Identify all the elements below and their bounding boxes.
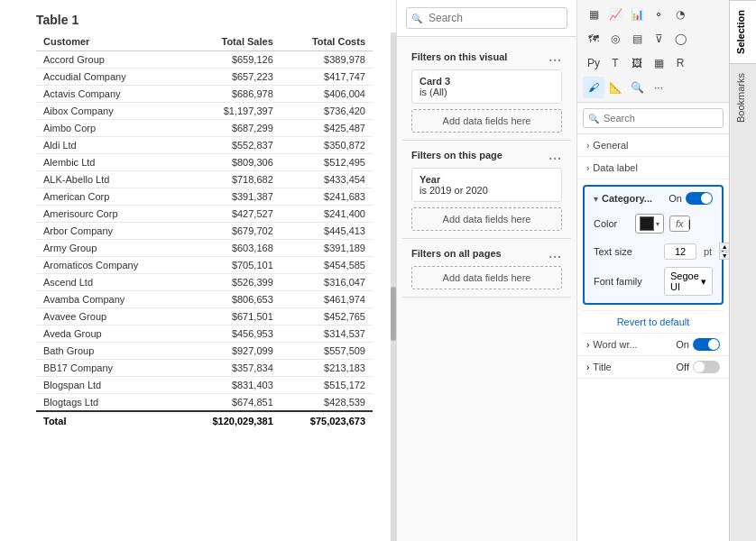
cell-1: $391,387 xyxy=(180,188,280,206)
icon-bar-chart[interactable]: ▦ xyxy=(583,4,604,25)
fx-button[interactable]: fx xyxy=(669,215,690,232)
title-toggle-label: Off xyxy=(677,362,689,372)
cell-0: Blogtags Ltd xyxy=(36,394,180,412)
footer-costs: $75,023,673 xyxy=(281,411,373,430)
cell-1: $831,403 xyxy=(180,377,280,394)
icon-scatter[interactable]: ⚬ xyxy=(648,4,669,25)
filters-all-dots[interactable]: ... xyxy=(549,246,562,261)
data-label-header[interactable]: › Data label xyxy=(577,157,729,179)
side-tabs: Selection Bookmarks xyxy=(729,0,756,541)
icon-analytics[interactable]: 📐 xyxy=(604,77,626,98)
format-search-input[interactable] xyxy=(583,108,724,128)
icon-ellipsis[interactable]: ··· xyxy=(648,77,669,98)
cell-1: $686,978 xyxy=(180,86,280,103)
table-scrollbar[interactable] xyxy=(391,32,396,541)
icon-r[interactable]: R xyxy=(669,52,691,74)
year-label: Year xyxy=(419,174,554,185)
table-row: Aibox Company$1,197,397$736,420 xyxy=(36,103,373,120)
cell-1: $357,834 xyxy=(180,360,280,377)
filters-visual-header: Filters on this visual ... xyxy=(411,50,562,64)
text-size-input[interactable] xyxy=(664,243,696,260)
category-chevron[interactable]: ▾ xyxy=(594,194,598,204)
table-row: Actavis Company$686,978$406,004 xyxy=(36,86,373,103)
cell-0: Aveda Group xyxy=(36,326,180,343)
filter-search-input[interactable] xyxy=(406,7,567,29)
table-row: Arbor Company$679,702$445,413 xyxy=(36,223,373,240)
cell-1: $806,653 xyxy=(180,291,280,308)
category-toggle-group: On xyxy=(668,192,713,205)
cell-1: $603,168 xyxy=(180,240,280,257)
filters-visual-dots[interactable]: ... xyxy=(549,50,562,64)
category-toggle[interactable] xyxy=(686,192,713,205)
cell-2: $515,172 xyxy=(281,377,373,394)
filters-page-dots[interactable]: ... xyxy=(549,148,562,162)
table-row: Avavee Group$671,501$452,765 xyxy=(36,308,373,326)
cell-0: Alembic Ltd xyxy=(36,154,180,171)
card-value: is (All) xyxy=(419,87,447,97)
text-size-down-btn[interactable]: ▼ xyxy=(719,252,729,260)
general-chevron: › xyxy=(586,141,589,151)
word-wrap-toggle[interactable] xyxy=(693,338,720,351)
cell-2: $454,585 xyxy=(281,257,373,274)
scroll-thumb[interactable] xyxy=(391,287,396,341)
icon-line-chart[interactable]: 📈 xyxy=(604,4,626,25)
cell-0: Avamba Company xyxy=(36,291,180,308)
color-dropdown-chevron: ▾ xyxy=(656,220,659,228)
table-row: American Corp$391,387$241,683 xyxy=(36,188,373,206)
filter-year-card[interactable]: Year is 2019 or 2020 xyxy=(411,168,562,202)
filters-visual-label: Filters on this visual xyxy=(411,51,507,62)
cell-1: $927,099 xyxy=(180,343,280,360)
icon-area-chart[interactable]: 📊 xyxy=(626,4,648,25)
icon-table-icon[interactable]: ▦ xyxy=(648,52,669,74)
cell-2: $461,974 xyxy=(281,291,373,308)
icon-python[interactable]: Py xyxy=(583,52,604,74)
filters-all-header: Filters on all pages ... xyxy=(411,246,562,261)
cell-1: $718,682 xyxy=(180,171,280,188)
filter-card-3[interactable]: Card 3 is (All) xyxy=(411,69,562,104)
cell-2: $512,495 xyxy=(281,154,373,171)
icon-donut[interactable]: ◯ xyxy=(669,28,691,50)
cell-0: Aibox Company xyxy=(36,103,180,120)
table-row: Aveda Group$456,953$314,537 xyxy=(36,326,373,343)
icon-gauge[interactable]: ◎ xyxy=(604,28,626,50)
cell-1: $674,851 xyxy=(180,394,280,412)
icon-format-paint[interactable]: 🖌 xyxy=(583,77,604,98)
title-toggle[interactable] xyxy=(693,361,720,373)
table-container: Customer Total Sales Total Costs Accord … xyxy=(0,32,391,541)
cell-0: Army Group xyxy=(36,240,180,257)
color-swatch-button[interactable]: ▾ xyxy=(635,214,664,234)
table-row: Alembic Ltd$809,306$512,495 xyxy=(36,154,373,171)
icon-map[interactable]: 🗺 xyxy=(583,28,604,50)
footer-sales: $120,029,381 xyxy=(180,411,280,430)
icon-search-small[interactable]: 🔍 xyxy=(626,77,648,98)
text-size-up-btn[interactable]: ▲ xyxy=(719,243,729,251)
icon-text[interactable]: T xyxy=(604,52,626,74)
word-wrap-expand[interactable]: › Word wr... xyxy=(586,339,638,350)
filter-panel: Filters on this visual ... Card 3 is (Al… xyxy=(397,0,577,541)
revert-to-default-btn[interactable]: Revert to default xyxy=(583,310,724,334)
table-row: Avamba Company$806,653$461,974 xyxy=(36,291,373,308)
color-swatch xyxy=(640,216,654,231)
title-expand[interactable]: › Title xyxy=(586,362,612,372)
cell-0: Ascend Ltd xyxy=(36,274,180,291)
bookmarks-tab[interactable]: Bookmarks xyxy=(730,63,756,132)
icon-image[interactable]: 🖼 xyxy=(626,52,648,74)
filter-search-wrap xyxy=(406,7,567,29)
table-row: BB17 Company$357,834$213,183 xyxy=(36,360,373,377)
icon-pie[interactable]: ◔ xyxy=(669,4,691,25)
selection-tab[interactable]: Selection xyxy=(730,0,756,63)
icon-treemap[interactable]: ▤ xyxy=(626,28,648,50)
general-header[interactable]: › General xyxy=(577,134,729,156)
color-label: Color xyxy=(594,218,630,229)
add-fields-visual-btn[interactable]: Add data fields here xyxy=(411,109,562,133)
category-section: ▾ Category... On Color ▾ fx Text si xyxy=(583,185,724,305)
add-fields-all-btn[interactable]: Add data fields here xyxy=(411,266,562,289)
cell-0: BB17 Company xyxy=(36,360,180,377)
cell-0: Actavis Company xyxy=(36,86,180,103)
cell-1: $671,501 xyxy=(180,308,280,326)
add-fields-page-btn[interactable]: Add data fields here xyxy=(411,207,562,231)
cell-2: $445,413 xyxy=(281,223,373,240)
cell-1: $552,837 xyxy=(180,137,280,154)
font-family-select[interactable]: Segoe UI ▾ xyxy=(664,267,713,296)
icon-funnel[interactable]: ⊽ xyxy=(648,28,669,50)
